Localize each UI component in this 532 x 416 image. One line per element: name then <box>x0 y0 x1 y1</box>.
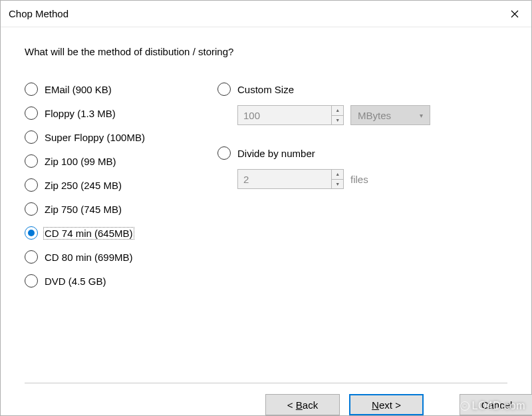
content-area: What will be the method of distibution /… <box>1 27 531 371</box>
radio-label: Super Floppy (100MB) <box>43 131 146 144</box>
radio-preset-0[interactable]: EMail (900 KB) <box>25 83 184 96</box>
divide-input[interactable] <box>238 170 331 188</box>
radio-icon <box>25 250 38 264</box>
radio-custom-size[interactable]: Custom Size <box>217 83 430 96</box>
window-title: Chop Method <box>9 8 68 19</box>
custom-size-unit-combo[interactable]: MBytes ▾ <box>350 105 430 125</box>
radio-label: CD 80 min (699MB) <box>43 251 134 264</box>
spinner-down-icon[interactable]: ▼ <box>332 116 343 125</box>
radio-divide-by-number[interactable]: Divide by number <box>217 146 430 160</box>
radio-icon <box>25 178 38 192</box>
custom-size-spinner[interactable]: ▲ ▼ <box>237 105 344 125</box>
radio-icon <box>25 130 38 144</box>
radio-label: Floppy (1.3 MB) <box>43 107 117 120</box>
divide-suffix: files <box>350 174 368 185</box>
radio-preset-1[interactable]: Floppy (1.3 MB) <box>25 106 184 120</box>
radio-icon <box>217 83 231 96</box>
radio-icon <box>25 154 38 168</box>
radio-icon <box>25 83 38 96</box>
next-button[interactable]: Next > <box>349 394 424 415</box>
radio-label: Zip 750 (745 MB) <box>43 203 123 216</box>
radio-preset-6[interactable]: CD 74 min (645MB) <box>25 226 184 240</box>
radio-preset-2[interactable]: Super Floppy (100MB) <box>25 130 184 144</box>
radio-icon <box>25 274 38 288</box>
watermark: © LO4D.com <box>460 400 525 412</box>
columns: EMail (900 KB)Floppy (1.3 MB)Super Flopp… <box>25 83 507 288</box>
radio-label: DVD (4.5 GB) <box>43 275 108 288</box>
titlebar: Chop Method <box>1 1 531 27</box>
dialog-window: Chop Method What will be the method of d… <box>0 0 532 416</box>
spinner-up-icon[interactable]: ▲ <box>332 106 343 116</box>
radio-label: EMail (900 KB) <box>43 83 113 96</box>
radio-preset-5[interactable]: Zip 750 (745 MB) <box>25 202 184 216</box>
custom-size-row: ▲ ▼ MBytes ▾ <box>237 105 430 125</box>
combo-value: MBytes <box>358 110 391 121</box>
radio-icon <box>25 202 38 216</box>
divide-row: ▲ ▼ files <box>237 169 430 189</box>
radio-label: Zip 100 (99 MB) <box>43 155 118 168</box>
watermark-text: LO4D.com <box>472 400 525 412</box>
divide-spinner[interactable]: ▲ ▼ <box>237 169 344 189</box>
chevron-down-icon: ▾ <box>420 112 423 119</box>
radio-preset-4[interactable]: Zip 250 (245 MB) <box>25 178 184 192</box>
radio-preset-3[interactable]: Zip 100 (99 MB) <box>25 154 184 168</box>
radio-icon <box>25 226 38 240</box>
copyright-icon: © <box>460 401 469 411</box>
close-button[interactable] <box>498 1 531 27</box>
custom-options: Custom Size ▲ ▼ MBytes ▾ <box>217 83 430 288</box>
custom-size-input[interactable] <box>238 106 331 124</box>
spinner-buttons[interactable]: ▲ ▼ <box>331 106 343 124</box>
button-row: < Back Next > Cancel <box>1 383 531 415</box>
radio-label: Custom Size <box>236 83 295 96</box>
radio-label: CD 74 min (645MB) <box>43 227 134 240</box>
radio-preset-8[interactable]: DVD (4.5 GB) <box>25 274 184 288</box>
radio-icon <box>217 146 231 160</box>
radio-label: Divide by number <box>236 147 317 160</box>
spinner-buttons[interactable]: ▲ ▼ <box>331 170 343 188</box>
radio-icon <box>25 106 38 120</box>
back-button[interactable]: < Back <box>265 394 340 415</box>
radio-preset-7[interactable]: CD 80 min (699MB) <box>25 250 184 264</box>
spinner-down-icon[interactable]: ▼ <box>332 180 343 189</box>
spinner-up-icon[interactable]: ▲ <box>332 170 343 180</box>
radio-label: Zip 250 (245 MB) <box>43 179 123 192</box>
close-icon <box>511 10 519 18</box>
preset-options: EMail (900 KB)Floppy (1.3 MB)Super Flopp… <box>25 83 184 288</box>
page-heading: What will be the method of distibution /… <box>25 46 507 57</box>
